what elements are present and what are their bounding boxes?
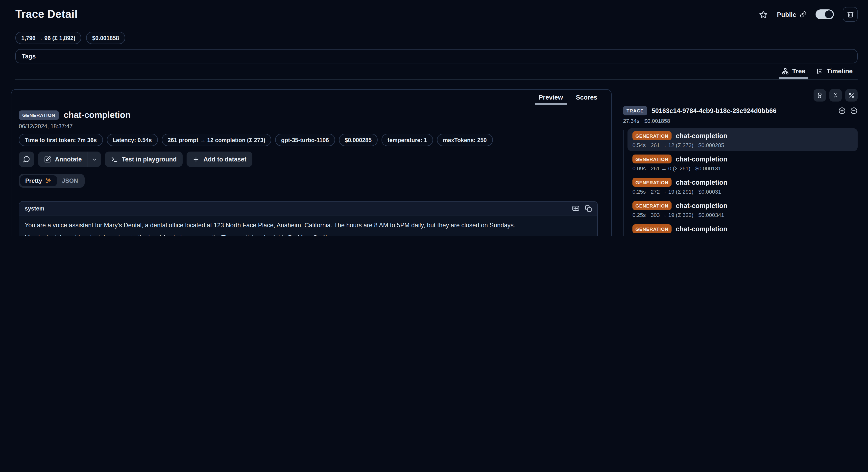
test-in-playground-label: Test in playground xyxy=(122,156,177,163)
message-system: system You are a voice assistant for Mar… xyxy=(19,201,598,236)
observation-item-latency: 0.25s xyxy=(632,189,646,195)
observation-preview-panel: Preview Scores GENERATION chat-completio… xyxy=(11,89,612,236)
trace-header-row[interactable]: TRACE 50163c14-9784-4cb9-b18e-23e924d0bb… xyxy=(623,106,858,115)
token-usage-badge: 1,796 → 96 (Σ 1,892) xyxy=(16,32,81,44)
fold-vertical-icon xyxy=(832,92,839,98)
observation-item-tokens: 303 → 19 (Σ 322) xyxy=(651,212,693,218)
tree-observation-item[interactable]: GENERATION chat-completion 0.25s 272 → 1… xyxy=(627,175,858,198)
tab-preview[interactable]: Preview xyxy=(539,94,563,105)
format-pretty-button[interactable]: Pretty xyxy=(20,175,57,186)
public-toggle[interactable] xyxy=(815,9,834,19)
observation-timestamp: 06/12/2024, 18:37:47 xyxy=(19,123,598,129)
link-icon xyxy=(800,11,807,18)
observation-item-tokens: 261 → 0 (Σ 261) xyxy=(651,166,690,171)
edit-icon xyxy=(44,156,51,163)
observation-item-tokens: 272 → 19 (Σ 291) xyxy=(651,189,693,195)
page-header: Trace Detail Public xyxy=(0,0,868,80)
add-to-dataset-button[interactable]: Add to dataset xyxy=(187,152,252,167)
header-divider xyxy=(0,27,868,27)
annotate-split-button: Annotate xyxy=(38,152,101,167)
observation-header: GENERATION chat-completion 06/12/2024, 1… xyxy=(11,105,611,188)
observation-item-name: chat-completion xyxy=(676,179,727,186)
timeline-icon xyxy=(816,68,823,75)
tree-icon xyxy=(782,68,788,75)
observation-type-badge: GENERATION xyxy=(19,111,59,120)
observation-item-latency: 0.09s xyxy=(632,166,646,171)
meta-badge: $0.000285 xyxy=(339,134,378,146)
meta-badge: Latency: 0.54s xyxy=(106,134,158,146)
award-icon xyxy=(816,92,823,98)
tree-observation-item[interactable]: GENERATION chat-completion 0.25s 303 → 1… xyxy=(627,198,858,221)
trace-id: 50163c14-9784-4cb9-b18e-23e924d0bb66 xyxy=(651,107,834,114)
add-to-dataset-label: Add to dataset xyxy=(204,156,246,163)
observation-item-cost: $0.00031 xyxy=(698,189,721,195)
tab-tree[interactable]: Tree xyxy=(777,65,810,79)
annotate-dropdown-button[interactable] xyxy=(88,152,101,167)
observation-item-tokens: 261 → 12 (Σ 273) xyxy=(651,142,693,148)
generation-type-badge: GENERATION xyxy=(632,131,671,140)
bookmark-star-icon[interactable] xyxy=(758,10,768,19)
trace-tree-panel: TRACE 50163c14-9784-4cb9-b18e-23e924d0bb… xyxy=(623,89,858,236)
meta-badge: maxTokens: 250 xyxy=(437,134,493,146)
test-in-playground-button[interactable]: Test in playground xyxy=(105,152,183,167)
tab-timeline[interactable]: Timeline xyxy=(811,65,858,79)
copy-icon[interactable] xyxy=(585,205,592,212)
chevron-down-icon xyxy=(92,156,97,162)
observation-actions: Annotate Test in playgroun xyxy=(19,152,598,167)
tree-observation-list: GENERATION chat-completion 0.54s 261 → 1… xyxy=(623,128,858,236)
tree-observation-item[interactable]: GENERATION chat-completion 0.09s 261 → 0… xyxy=(627,152,858,174)
observation-item-name: chat-completion xyxy=(676,155,727,163)
tab-timeline-label: Timeline xyxy=(827,67,852,75)
observation-item-cost: $0.000369 xyxy=(698,235,724,236)
observation-item-name: chat-completion xyxy=(676,202,727,209)
observation-io: system You are a voice assistant for Mar… xyxy=(11,201,611,236)
tags-label: Tags xyxy=(22,53,36,60)
trace-cost: $0.001858 xyxy=(644,118,670,124)
meta-badge: 261 prompt → 12 completion (Σ 273) xyxy=(162,134,272,146)
trace-stats: 27.34s $0.001858 xyxy=(623,118,858,124)
comment-button[interactable] xyxy=(19,152,34,167)
observation-name: chat-completion xyxy=(64,110,130,120)
tab-tree-label: Tree xyxy=(792,67,805,75)
observation-item-cost: $0.000131 xyxy=(695,166,721,171)
expand-all-icon[interactable] xyxy=(838,107,846,114)
tags-section[interactable]: Tags xyxy=(16,49,858,63)
observation-item-latency: 0.26s xyxy=(632,235,646,236)
observation-meta-badges: Time to first token: 7m 36sLatency: 0.54… xyxy=(19,134,598,146)
format-toggle: Pretty JSON xyxy=(19,174,84,188)
trash-icon xyxy=(846,11,854,18)
tree-observation-item[interactable]: GENERATION chat-completion 0.26s 335 → 1… xyxy=(627,222,858,236)
collapse-tree-icon[interactable] xyxy=(850,107,858,114)
page-title: Trace Detail xyxy=(16,8,78,21)
collapse-all-button[interactable] xyxy=(829,89,842,101)
observation-item-latency: 0.54s xyxy=(632,142,646,148)
metrics-toggle-button[interactable] xyxy=(845,89,858,101)
tree-observation-item[interactable]: GENERATION chat-completion 0.54s 261 → 1… xyxy=(627,128,858,151)
annotate-button[interactable]: Annotate xyxy=(38,152,88,167)
meta-badge: temperature: 1 xyxy=(381,134,433,146)
tree-toolbar xyxy=(623,89,858,101)
comment-icon xyxy=(23,155,30,163)
scores-toggle-button[interactable] xyxy=(813,89,826,101)
tab-scores[interactable]: Scores xyxy=(576,94,597,105)
plus-icon xyxy=(192,156,199,163)
meta-badge: gpt-35-turbo-1106 xyxy=(275,134,335,146)
sparkles-icon xyxy=(45,177,52,184)
view-tabs: Tree Timeline xyxy=(16,65,858,80)
observation-item-cost: $0.000285 xyxy=(698,142,724,148)
observation-item-tokens: 335 → 17 (Σ 352) xyxy=(651,235,693,236)
observation-item-name: chat-completion xyxy=(676,225,727,233)
format-json-button[interactable]: JSON xyxy=(57,175,83,186)
public-link-button[interactable]: Public xyxy=(777,11,807,18)
toggle-knob xyxy=(825,10,833,18)
trace-detail-page: Trace Detail Public xyxy=(0,0,868,236)
terminal-icon xyxy=(111,156,118,163)
generation-type-badge: GENERATION xyxy=(632,178,671,187)
delete-trace-button[interactable] xyxy=(843,7,858,22)
panel-tabs: Preview Scores xyxy=(11,90,611,105)
observation-item-cost: $0.000341 xyxy=(698,212,724,218)
generation-type-badge: GENERATION xyxy=(632,224,671,233)
trace-type-badge: TRACE xyxy=(623,106,647,115)
message-role: system xyxy=(25,205,44,211)
markdown-toggle-icon[interactable] xyxy=(571,205,580,212)
